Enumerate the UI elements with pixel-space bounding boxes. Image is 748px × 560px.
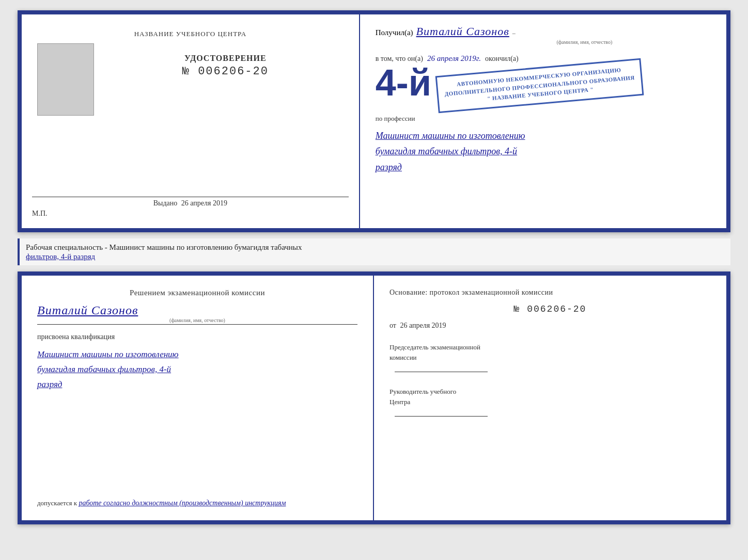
number-and-stamp-row: 4-й АВТОНОМНУЮ НЕКОММЕРЧЕСКУЮ ОРГАНИЗАЦИ… bbox=[376, 66, 711, 104]
issued-date: 26 апреля 2019 bbox=[181, 199, 227, 207]
finished-label: окончил(а) bbox=[485, 55, 519, 63]
stamp-box: АВТОНОМНУЮ НЕКОММЕРЧЕСКУЮ ОРГАНИЗАЦИЮ ДО… bbox=[435, 58, 644, 113]
from-date-value: 26 апреля 2019 bbox=[400, 322, 446, 329]
cert-title-block: УДОСТОВЕРЕНИЕ № 006206-20 bbox=[102, 43, 349, 78]
protocol-number: № 006206-20 bbox=[389, 304, 711, 314]
allowed-text: допускается к работе согласно должностны… bbox=[37, 499, 357, 507]
training-center-label: НАЗВАНИЕ УЧЕБНОГО ЦЕНТРА bbox=[134, 30, 246, 38]
person-name: Виталий Сазонов bbox=[37, 303, 138, 317]
received-row: Получил(а) Виталий Сазонов – bbox=[376, 25, 711, 38]
certificate-bottom: Решением экзаменационной комиссии Витали… bbox=[18, 271, 730, 524]
chairman-section: Председатель экзаменационной комиссии bbox=[389, 342, 711, 372]
director-section: Руководитель учебного Центра bbox=[389, 387, 711, 417]
info-text-prefix: Рабочая специальность - Машинист машины … bbox=[26, 243, 302, 251]
cert-number: № 006206-20 bbox=[102, 65, 349, 78]
qualification-block: Машинист машины по изготовлению бумагидл… bbox=[37, 347, 357, 392]
name-sublabel-bottom: (фамилия, имя, отчество) bbox=[169, 317, 225, 323]
person-name-block: Виталий Сазонов (фамилия, имя, отчество) bbox=[37, 303, 357, 325]
director-line2: Центра bbox=[389, 398, 410, 406]
large-number: 4-й bbox=[376, 64, 431, 101]
chairman-signature-line bbox=[395, 372, 488, 372]
date-handwritten: 26 апреля 2019г. bbox=[427, 54, 481, 63]
profession-line3: разряд bbox=[376, 159, 711, 175]
issued-line: Выдано 26 апреля 2019 bbox=[32, 197, 349, 207]
from-date-line: от 26 апреля 2019 bbox=[389, 322, 711, 330]
qualification-assigned: присвоена квалификация bbox=[37, 333, 357, 341]
photo-placeholder bbox=[37, 43, 94, 116]
director-label: Руководитель учебного Центра bbox=[389, 387, 711, 407]
director-signature-line bbox=[395, 416, 488, 417]
cert-right-panel: Получил(а) Виталий Сазонов – (фамилия, и… bbox=[360, 14, 726, 228]
qual-line3: разряд bbox=[37, 377, 357, 392]
decision-text: Решением экзаменационной комиссии bbox=[37, 289, 357, 297]
name-sublabel-top: (фамилия, имя, отчество) bbox=[458, 39, 711, 45]
chairman-line1: Председатель экзаменационной bbox=[389, 343, 480, 351]
cert-bottom-right: Основание: протокол экзаменационной коми… bbox=[374, 276, 726, 520]
profession-label: по профессии bbox=[376, 115, 711, 123]
qual-line1: Машинист машины по изготовлению bbox=[37, 347, 357, 362]
profession-line1: Машинист машины по изготовлению bbox=[376, 128, 711, 144]
received-prefix: Получил(а) bbox=[376, 28, 413, 37]
cert-bottom-left: Решением экзаменационной комиссии Витали… bbox=[22, 276, 374, 520]
info-bar: Рабочая специальность - Машинист машины … bbox=[18, 238, 730, 265]
cert-left-panel: НАЗВАНИЕ УЧЕБНОГО ЦЕНТРА УДОСТОВЕРЕНИЕ №… bbox=[22, 14, 360, 228]
qual-line2: бумагидля табачных фильтров, 4-й bbox=[37, 362, 357, 377]
director-line1: Руководитель учебного bbox=[389, 388, 456, 395]
profession-block: Машинист машины по изготовлению бумагидл… bbox=[376, 128, 711, 175]
chairman-line2: комиссии bbox=[389, 354, 417, 361]
mp-label: М.П. bbox=[32, 210, 48, 218]
allowed-prefix: допускается к bbox=[37, 499, 77, 507]
allowed-main: работе согласно должностным (производств… bbox=[79, 499, 286, 507]
certificate-top: НАЗВАНИЕ УЧЕБНОГО ЦЕНТРА УДОСТОВЕРЕНИЕ №… bbox=[18, 10, 730, 232]
recipient-name: Виталий Сазонов bbox=[416, 25, 509, 38]
profession-line2: бумагидля табачных фильтров, 4-й bbox=[376, 143, 711, 159]
chairman-label: Председатель экзаменационной комиссии bbox=[389, 342, 711, 362]
cert-title: УДОСТОВЕРЕНИЕ bbox=[102, 54, 349, 63]
from-label: от bbox=[389, 322, 396, 329]
issued-label: Выдано bbox=[153, 199, 178, 207]
basis-text: Основание: протокол экзаменационной коми… bbox=[389, 289, 711, 297]
info-text-underline: фильтров, 4-й разряд bbox=[26, 252, 95, 261]
